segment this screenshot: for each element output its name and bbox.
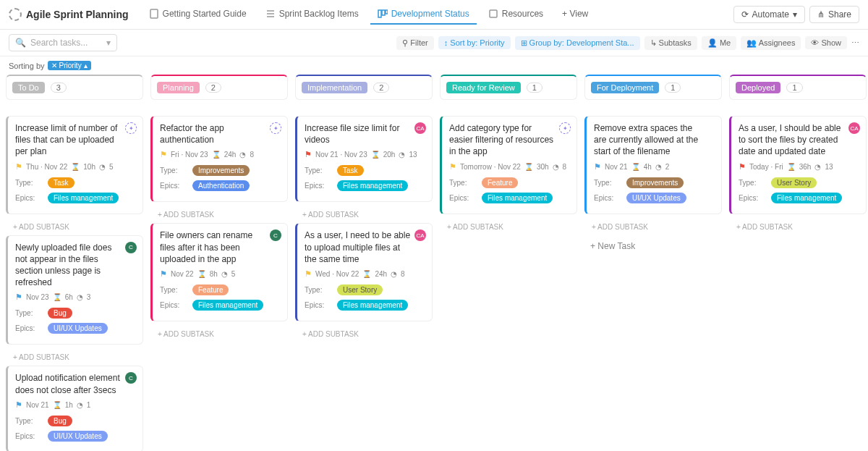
tab-sprint-backlog[interactable]: Sprint Backlog Items <box>258 4 366 25</box>
task-card[interactable]: C Newly uploaded file does not appear in… <box>6 235 143 345</box>
task-card[interactable]: CA Increase file size limit for videos ⚑… <box>295 116 433 202</box>
card-meta: ⚑Wed · Nov 22⌛24h◔8 <box>305 269 425 279</box>
card-estimate: 4h <box>644 163 652 171</box>
show-button[interactable]: 👁 Show <box>805 36 847 49</box>
card-title: File owners can rename files after it ha… <box>160 229 280 265</box>
hourglass-icon: ⌛ <box>524 163 533 171</box>
add-subtask-button[interactable]: + ADD SUBTASK <box>6 349 143 366</box>
epics-label: Epics: <box>160 182 185 190</box>
search-input[interactable]: 🔍Search tasks...▾ <box>9 34 117 51</box>
board-icon <box>378 9 388 19</box>
card-title: Refactor the app authentication <box>160 122 280 146</box>
hourglass-icon: ⌛ <box>631 163 640 171</box>
card-estimate: 8h <box>210 270 218 278</box>
column-header: For Deployment1 <box>584 75 722 100</box>
add-subtask-button[interactable]: + ADD SUBTASK <box>6 219 143 235</box>
task-card[interactable]: CA As a user, I should be able to sort t… <box>729 116 867 214</box>
more-icon[interactable]: ⋯ <box>851 38 859 48</box>
new-task-button[interactable]: + New Task <box>584 235 722 257</box>
add-subtask-button[interactable]: + ADD SUBTASK <box>295 206 433 223</box>
column-count: 1 <box>665 83 681 93</box>
points-icon: ◔ <box>391 270 397 278</box>
sort-pill[interactable]: ✕ Priority ▴ <box>48 61 91 70</box>
epics-label: Epics: <box>15 324 41 332</box>
assignees-button[interactable]: 👥 Assignees <box>741 36 801 50</box>
card-estimate: 6h <box>65 293 73 301</box>
card-meta: ⚑Thu · Nov 22⌛10h◔5 <box>15 162 135 172</box>
toolbar: 🔍Search tasks...▾ ⚲ Filter ↕ Sort by: Pr… <box>0 30 868 56</box>
tab-development-status[interactable]: Development Status <box>370 4 477 25</box>
add-subtask-button[interactable]: + ADD SUBTASK <box>295 326 433 342</box>
epics-label: Epics: <box>160 301 185 309</box>
task-card[interactable]: ✦ Add category type for easier filtering… <box>440 116 577 214</box>
card-title: Add category type for easier filtering o… <box>449 122 569 158</box>
card-meta: ⚑Today · Fri⌛36h◔13 <box>739 162 859 172</box>
chevron-down-icon: ▾ <box>106 38 111 48</box>
flag-icon: ⚑ <box>305 269 312 279</box>
column-header: Implementation2 <box>295 75 433 100</box>
epics-label: Epics: <box>305 182 330 190</box>
card-title: Increase limit of number of files that c… <box>15 122 135 158</box>
svg-rect-4 <box>490 10 497 17</box>
automate-button[interactable]: ⟳Automate▾ <box>733 6 805 23</box>
me-button[interactable]: 👤 Me <box>702 36 736 50</box>
add-subtask-button[interactable]: + ADD SUBTASK <box>584 219 722 235</box>
card-title: Newly uploaded file does not appear in t… <box>15 242 135 289</box>
type-label: Type: <box>305 286 330 294</box>
avatar[interactable]: C <box>125 242 137 253</box>
tab-resources[interactable]: Resources <box>481 4 550 25</box>
app-icon <box>9 8 22 21</box>
status-pill: Planning <box>157 82 200 93</box>
type-tag: Bug <box>48 416 72 426</box>
task-card[interactable]: ✦ Refactor the app authentication ⚑Fri ·… <box>150 116 288 202</box>
column-count: 2 <box>373 83 389 93</box>
list-icon <box>265 9 276 19</box>
svg-rect-0 <box>150 9 158 18</box>
points-icon: ◔ <box>77 293 83 301</box>
points-icon: ◔ <box>239 151 246 159</box>
group-button[interactable]: ⊞ Group by: Development Sta... <box>515 36 640 50</box>
type-tag: Task <box>48 177 75 188</box>
column-count: 1 <box>527 83 542 93</box>
avatar[interactable]: CA <box>848 122 860 134</box>
flag-icon: ⚑ <box>160 150 167 159</box>
assign-icon[interactable]: ✦ <box>270 122 281 134</box>
add-subtask-button[interactable]: + ADD SUBTASK <box>440 219 577 235</box>
card-points: 8 <box>250 151 254 159</box>
epics-label: Epics: <box>449 194 475 202</box>
share-button[interactable]: ⋔Share <box>809 6 859 23</box>
add-subtask-button[interactable]: + ADD SUBTASK <box>150 326 288 342</box>
avatar[interactable]: CA <box>414 122 426 134</box>
filter-button[interactable]: ⚲ Filter <box>396 36 434 50</box>
card-points: 2 <box>665 163 670 171</box>
epic-tag: Files management <box>48 193 119 203</box>
points-icon: ◔ <box>814 163 821 171</box>
add-view-button[interactable]: + View <box>555 4 595 25</box>
task-card[interactable]: C File owners can rename files after it … <box>150 223 288 321</box>
card-date: Nov 21 <box>605 163 628 171</box>
subtasks-button[interactable]: ↳ Subtasks <box>644 36 697 50</box>
share-icon: ⋔ <box>817 9 825 20</box>
task-card[interactable]: C Upload notification element does not c… <box>6 366 143 451</box>
automate-icon: ⟳ <box>741 9 749 20</box>
assign-icon[interactable]: ✦ <box>559 122 571 134</box>
sort-button[interactable]: ↕ Sort by: Priority <box>438 36 511 49</box>
card-estimate: 24h <box>375 270 387 278</box>
card-meta: ⚑Nov 21⌛4h◔2 <box>594 162 714 172</box>
flag-icon: ⚑ <box>305 150 312 159</box>
search-icon: 🔍 <box>15 38 26 48</box>
page-title: Agile Sprint Planning <box>26 9 129 20</box>
tab-getting-started[interactable]: Getting Started Guide <box>142 4 254 25</box>
epics-label: Epics: <box>305 301 330 309</box>
add-subtask-button[interactable]: + ADD SUBTASK <box>729 219 867 235</box>
add-subtask-button[interactable]: + ADD SUBTASK <box>150 206 288 223</box>
card-title: As a user, I should be able to sort the … <box>739 122 859 158</box>
assign-icon[interactable]: ✦ <box>125 122 137 134</box>
flag-icon: ⚑ <box>594 162 601 172</box>
column-header: Ready for Review1 <box>440 75 577 100</box>
task-card[interactable]: CA As a user, I need to be able to uploa… <box>295 223 433 321</box>
flag-icon: ⚑ <box>739 162 746 172</box>
task-card[interactable]: ✦ Increase limit of number of files that… <box>6 116 143 214</box>
chevron-down-icon: ▾ <box>793 9 797 20</box>
task-card[interactable]: Remove extra spaces the are currently al… <box>584 116 722 214</box>
